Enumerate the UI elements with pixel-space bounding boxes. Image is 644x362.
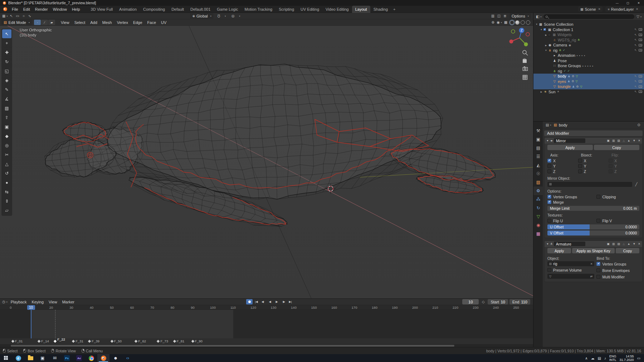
preserve-volume-checkbox[interactable] (547, 268, 551, 272)
3d-viewport[interactable]: User Orthographic (10) body ↖+✚↻◱◈✎∡▧⇧▣◆… (0, 26, 533, 298)
physics-properties-tab[interactable]: ↻ (533, 204, 543, 212)
viewport-canvas[interactable] (0, 26, 533, 298)
next-keyframe-button[interactable]: ·▶ (280, 299, 287, 304)
vertex-select-button[interactable]: ∙ (34, 20, 41, 25)
show-gizmo-icon[interactable]: ⊕ (490, 20, 496, 25)
workspace-tab-default-001[interactable]: Default.001 (187, 6, 214, 13)
active-tool-properties-tab[interactable]: ⚒ (533, 127, 543, 135)
marker-diamond-f-73[interactable] (157, 340, 160, 343)
outliner-filter-icon[interactable]: ▽▾ (636, 14, 642, 19)
output-properties-tab[interactable]: ▤ (533, 144, 543, 152)
delete-modifier-icon[interactable]: ✕ (638, 139, 640, 142)
bind-vertex-groups-checkbox[interactable] (596, 262, 600, 266)
scene-properties-tab[interactable]: ◭ (533, 161, 543, 169)
outliner-item-animation[interactable]: ▸Animation▪▪▪▪ (533, 53, 644, 58)
workspace-tab-shading[interactable]: Shading (370, 6, 391, 13)
object-properties-tab[interactable]: ▧ (533, 178, 543, 187)
axis-x-checkbox[interactable] (547, 159, 551, 163)
inset-faces-tool[interactable]: ▣ (2, 122, 11, 131)
display-cage-toggle[interactable]: ◬ (623, 139, 625, 142)
flip-v-checkbox[interactable] (596, 219, 600, 223)
timeline-menu-playback[interactable]: Playback (8, 298, 29, 306)
render-visibility-icon[interactable] (639, 49, 642, 51)
blender-taskbar-icon[interactable] (97, 354, 109, 362)
previous-keyframe-button[interactable]: ◀· (260, 299, 266, 304)
marker-diamond-f-22[interactable] (54, 340, 57, 343)
workspace-tab-layout[interactable]: Layout (352, 6, 370, 13)
selectable-icon[interactable]: ↖ (634, 38, 637, 41)
texture-properties-tab[interactable]: ▦ (533, 229, 543, 238)
material-properties-tab[interactable]: ◉ (533, 221, 543, 229)
vertex-groups-checkbox[interactable] (547, 195, 551, 199)
auto-keying-toggle[interactable] (246, 299, 253, 304)
cloud-icon[interactable]: ☁ (591, 356, 595, 360)
selectable-icon[interactable]: ↖ (634, 44, 637, 47)
outliner-item-collection-1[interactable]: ▼▦Collection 1↖ (533, 27, 644, 33)
transform-orientation-dropdown[interactable]: ⊕ Global▾ (190, 13, 213, 19)
move-down-icon[interactable]: ▼ (633, 242, 635, 246)
bisect-x-checkbox[interactable] (578, 159, 582, 163)
options-dropdown[interactable]: Options▾ (509, 13, 531, 19)
select-box-tool[interactable]: ↖ (2, 29, 11, 38)
apply-button[interactable]: Apply (547, 248, 571, 253)
loop-cut-tool[interactable]: ◎ (2, 141, 11, 150)
apply-as-shape-key-button[interactable]: Apply as Shape Key (572, 248, 615, 253)
viewport-menu-add[interactable]: Add (88, 19, 100, 26)
viewport-menu-view[interactable]: View (58, 19, 72, 26)
expander-icon[interactable]: ▶ (544, 34, 548, 36)
spin-tool[interactable]: ↺ (2, 169, 11, 178)
marker-diamond-f-90[interactable] (191, 340, 194, 343)
copy-button[interactable]: Copy (594, 145, 639, 150)
snap-magnet-icon[interactable]: Ω (216, 13, 222, 19)
timeline-menu-keying[interactable]: Keying (29, 298, 46, 306)
scene-selector[interactable]: ▦ Scene ✕ (578, 6, 602, 12)
selectable-icon[interactable]: ↖ (634, 85, 637, 88)
copy-button[interactable]: Copy (616, 248, 639, 253)
timeline-body[interactable] (0, 310, 533, 338)
chrome-taskbar-icon[interactable] (85, 354, 97, 362)
object-data-properties-tab[interactable]: ▽ (533, 212, 543, 221)
particles-properties-tab[interactable]: ⁂ (533, 195, 543, 204)
flip-u-checkbox[interactable] (547, 219, 551, 223)
render-visibility-icon[interactable] (639, 28, 642, 31)
expander-icon[interactable]: ▶ (544, 44, 548, 46)
overlays-toggle-icon[interactable]: ◫ (496, 13, 502, 19)
select-box-icon[interactable]: ▭ (14, 13, 20, 19)
current-frame-field[interactable]: 10 (462, 299, 479, 304)
outliner-item-pose[interactable]: ♟Pose (533, 58, 644, 64)
editor-type-button[interactable]: ▦▾ (1, 13, 8, 19)
outliner-item-rig[interactable]: ▼⋔rig⋔✓↖ (533, 48, 644, 53)
workspace-tab-motion-tracking[interactable]: Motion Tracking (241, 6, 276, 13)
keying-set-icon[interactable]: ◇ (480, 299, 486, 304)
expand-icon[interactable]: ▼ (546, 243, 549, 245)
current-frame-badge[interactable]: 10 (27, 305, 35, 310)
display-cage-toggle[interactable]: ◬ (623, 242, 625, 246)
proportional-edit-icon[interactable]: ◎ (230, 13, 236, 19)
workspace-tab-uv-editing[interactable]: UV Editing (297, 6, 322, 13)
armature-object-field[interactable]: rig ✕ (547, 261, 594, 266)
shrink-fatten-tool[interactable]: ⇕ (2, 197, 11, 205)
display-editmode-toggle[interactable]: ▧ (618, 242, 620, 246)
outliner-item-eyes[interactable]: ▽eyes♟⚙▽↖ (533, 79, 644, 84)
rotate-tool[interactable]: ↻ (2, 57, 11, 66)
timeline-markers-row[interactable]: F_01F_14F_22F_31F_39F_50F_62F_73F_81F_90 (0, 338, 533, 344)
bevel-tool[interactable]: ◆ (2, 132, 11, 140)
view-layer-selector[interactable]: ≡ RenderLayer ✕ (605, 6, 640, 12)
toggle-xray-icon[interactable]: ▩ (503, 20, 509, 25)
render-visibility-icon[interactable] (639, 34, 642, 36)
display-viewport-toggle[interactable]: ▥ (612, 242, 615, 246)
close-button[interactable]: ✕ (633, 0, 644, 6)
play-button[interactable]: ▶ (274, 299, 280, 304)
scrollbar-handle[interactable] (11, 345, 454, 347)
outliner-item-sun[interactable]: ▶☀Sun☀↖ (533, 89, 644, 95)
timeline-ruler[interactable]: 0102030405060708090100110120130140150160… (0, 305, 533, 310)
outliner-display-mode-dropdown[interactable]: ◧▾ (535, 14, 542, 19)
start-frame-field[interactable]: Start10 (488, 299, 508, 304)
selectable-icon[interactable]: ↖ (634, 90, 637, 93)
discord-taskbar-icon[interactable]: ☻ (109, 354, 122, 362)
bisect-y-checkbox[interactable] (578, 164, 582, 168)
tray-expand-icon[interactable]: ∧ (585, 356, 587, 360)
collection-checkbox[interactable] (543, 28, 546, 31)
workspace-tab-game-logic[interactable]: Game Logic (214, 6, 241, 13)
xray-toggle-icon[interactable]: ≣ (502, 13, 508, 19)
